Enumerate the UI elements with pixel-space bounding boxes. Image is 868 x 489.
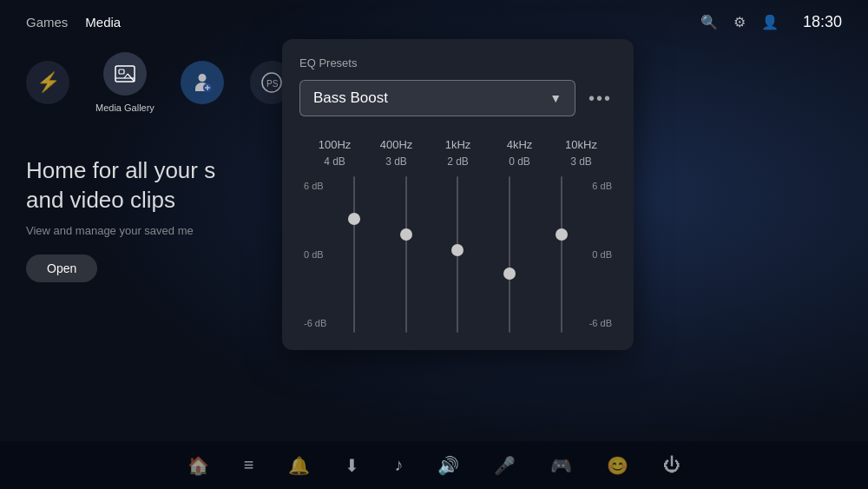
db-label-100hz: 4 dB: [311, 155, 358, 168]
svg-text:PS: PS: [266, 79, 279, 89]
eq-side-labels-right: 6 dB 0 dB -6 dB: [589, 176, 612, 333]
main-title: Home for all your sand video clips: [26, 156, 215, 215]
eq-freq-labels-row: 100Hz 400Hz 1kHz 4kHz 10kHz: [304, 138, 612, 151]
freq-label-100hz: 100Hz: [311, 138, 358, 151]
eq-title: EQ Presets: [299, 56, 616, 69]
plus-icon: [181, 61, 224, 104]
eq-more-button[interactable]: •••: [584, 84, 616, 113]
eq-label-bot-right: -6 dB: [589, 318, 612, 328]
eq-preset-select[interactable]: Bass Boost ▼: [299, 80, 575, 116]
ps-icon-gallery[interactable]: Media Gallery: [95, 52, 155, 113]
eq-label-top-right: 6 dB: [589, 181, 612, 191]
nav-download-icon[interactable]: ⬇: [345, 455, 359, 476]
db-label-1khz: 2 dB: [434, 155, 482, 168]
top-nav-icons: 🔍 ⚙ 👤 18:30: [700, 13, 842, 31]
eq-preset-row: Bass Boost ▼ •••: [299, 80, 616, 116]
eq-slider-400hz[interactable]: [380, 176, 432, 333]
sliders-area: 6 dB 0 dB -6 dB 6 dB 0 dB -6 dB: [304, 176, 612, 333]
quick-icon: ⚡: [26, 61, 69, 104]
user-icon[interactable]: 👤: [761, 14, 779, 30]
db-label-10khz: 3 dB: [557, 155, 605, 168]
eq-slider-10khz[interactable]: [536, 176, 588, 333]
eq-sliders-row: [304, 176, 612, 333]
eq-side-labels-left: 6 dB 0 dB -6 dB: [304, 176, 326, 333]
nav-face-icon[interactable]: 😊: [607, 455, 628, 476]
freq-label-1khz: 1kHz: [434, 138, 482, 151]
gallery-label: Media Gallery: [95, 102, 155, 113]
db-label-400hz: 3 dB: [372, 155, 420, 168]
bottom-navigation: 🏠 ≡ 🔔 ⬇ ♪ 🔊 🎤 🎮 😊 ⏻: [0, 441, 868, 489]
nav-menu-icon[interactable]: ≡: [244, 455, 254, 475]
nav-gamepad-icon[interactable]: 🎮: [550, 455, 572, 476]
main-subtitle: View and manage your saved me: [26, 224, 215, 237]
ps-icon-plus[interactable]: [181, 61, 224, 104]
search-icon[interactable]: 🔍: [700, 14, 718, 30]
freq-label-400hz: 400Hz: [372, 138, 420, 151]
ps-icon-quick[interactable]: ⚡: [26, 61, 69, 104]
settings-icon[interactable]: ⚙: [733, 14, 746, 30]
eq-label-top-left: 6 dB: [304, 181, 326, 191]
svg-line-3: [124, 74, 128, 78]
eq-thumb-4khz[interactable]: [503, 268, 516, 280]
freq-label-10khz: 10kHz: [557, 138, 605, 151]
main-content-area: Home for all your sand video clips View …: [26, 156, 215, 282]
nav-tab-media[interactable]: Media: [85, 10, 121, 34]
eq-slider-4khz[interactable]: [483, 176, 536, 333]
nav-tab-games[interactable]: Games: [26, 10, 68, 34]
eq-sliders-container: 100Hz 400Hz 1kHz 4kHz 10kHz 4 dB 3 dB 2 …: [299, 138, 616, 333]
svg-rect-0: [115, 66, 135, 82]
db-label-4khz: 0 dB: [496, 155, 543, 168]
nav-tabs: Games Media: [26, 10, 121, 34]
nav-music-icon[interactable]: ♪: [394, 455, 403, 475]
eq-thumb-100hz[interactable]: [348, 213, 360, 225]
eq-slider-100hz[interactable]: [328, 176, 380, 333]
eq-thumb-1khz[interactable]: [451, 244, 464, 256]
eq-slider-1khz[interactable]: [432, 176, 484, 333]
nav-mic-icon[interactable]: 🎤: [494, 455, 516, 476]
svg-rect-1: [119, 69, 124, 74]
eq-modal: EQ Presets Bass Boost ▼ ••• 100Hz 400Hz …: [282, 39, 634, 350]
eq-label-bot-left: -6 dB: [304, 318, 326, 328]
eq-label-mid-right: 0 dB: [589, 249, 612, 260]
gallery-icon: [103, 52, 147, 96]
top-navigation: Games Media 🔍 ⚙ 👤 18:30: [0, 0, 868, 43]
eq-label-mid-left: 0 dB: [304, 249, 326, 260]
clock-display: 18:30: [803, 13, 842, 31]
nav-power-icon[interactable]: ⏻: [663, 455, 681, 475]
nav-home-icon[interactable]: 🏠: [187, 455, 209, 476]
nav-bell-icon[interactable]: 🔔: [288, 455, 310, 476]
eq-thumb-400hz[interactable]: [400, 228, 412, 241]
freq-label-4khz: 4kHz: [496, 138, 543, 151]
eq-preset-value: Bass Boost: [313, 89, 388, 107]
open-button[interactable]: Open: [26, 254, 97, 282]
eq-thumb-10khz[interactable]: [556, 228, 568, 241]
eq-db-labels-row: 4 dB 3 dB 2 dB 0 dB 3 dB: [304, 155, 612, 168]
nav-speaker-icon[interactable]: 🔊: [437, 455, 459, 476]
chevron-down-icon: ▼: [549, 91, 562, 105]
